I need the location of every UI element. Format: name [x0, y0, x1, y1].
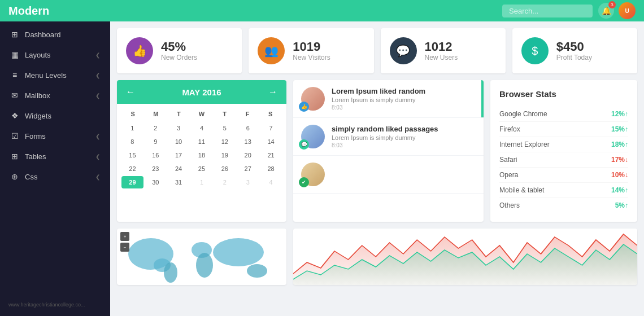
calendar-day[interactable]: 16: [145, 149, 167, 161]
calendar-day[interactable]: 18: [191, 149, 213, 161]
bs-pct: 18%↑: [611, 141, 628, 148]
sidebar-item-tables[interactable]: ⊞ Tables ❮: [0, 146, 110, 166]
calendar-day[interactable]: 5: [214, 122, 236, 134]
sidebar-arrow-mailbox: ❮: [95, 93, 100, 99]
stat-info-profit: $450 Profit Today: [556, 40, 592, 62]
sidebar-arrow-tables: ❮: [95, 153, 100, 160]
stat-label-users: New Users: [425, 54, 458, 62]
feed-badge-feed1: 👍: [299, 102, 309, 112]
calendar-day[interactable]: 24: [168, 163, 190, 175]
calendar-day[interactable]: 3: [168, 122, 190, 134]
bs-item-firefox: Firefox 15%↑: [499, 122, 628, 137]
sidebar-label-css: Css: [25, 173, 37, 181]
calendar-next[interactable]: →: [268, 87, 277, 97]
calendar-day[interactable]: 19: [214, 149, 236, 161]
sidebar-label-layouts: Layouts: [25, 51, 51, 59]
stat-value-visitors: 1019: [293, 40, 330, 54]
sidebar-label-dashboard: Dashboard: [25, 30, 61, 39]
stat-label-visitors: New Visitors: [293, 54, 330, 62]
calendar-day[interactable]: 28: [260, 163, 282, 175]
feed-item-feed2: 💬 simply random liked passages Lorem Ips…: [293, 118, 484, 156]
calendar-day[interactable]: 1: [121, 122, 143, 134]
feed-avatar-container-feed3: ✔: [301, 163, 325, 186]
feed-text-feed2: Lorem Ipsum is simply dummy: [332, 134, 438, 141]
stat-value-orders: 45%: [161, 40, 197, 54]
notification-button[interactable]: 🔔 3: [598, 3, 614, 19]
stat-icon-profit: $: [521, 37, 549, 64]
map-zoom-in[interactable]: +: [120, 232, 129, 241]
browser-stats-card: Browser Stats Google Chrome 12%↑ Firefox…: [490, 80, 637, 222]
bottom-row: + −: [117, 229, 637, 285]
sidebar-item-layouts[interactable]: ▦ Layouts ❮: [0, 45, 110, 65]
calendar-day[interactable]: 2: [145, 122, 167, 134]
sidebar-item-dashboard[interactable]: ⊞ Dashboard: [0, 24, 110, 45]
bs-name: Internet Explorer: [499, 141, 550, 148]
calendar-day[interactable]: 15: [121, 149, 143, 161]
calendar-day[interactable]: 9: [145, 135, 167, 148]
calendar-prev[interactable]: ←: [126, 87, 135, 97]
bs-pct: 12%↑: [611, 110, 628, 118]
calendar-day[interactable]: 4: [191, 122, 213, 134]
calendar-day[interactable]: 30: [145, 176, 167, 188]
chart-card: [293, 229, 637, 285]
calendar-day[interactable]: 8: [121, 135, 143, 148]
bs-item-safari: Safari 17%↓: [499, 152, 628, 168]
calendar-day[interactable]: 23: [145, 163, 167, 175]
bs-item-mobile-&-tablet: Mobile & tablet 14%↑: [499, 183, 628, 198]
cal-day-header-F: F: [236, 111, 259, 117]
calendar-day[interactable]: 25: [191, 163, 213, 175]
calendar-day-headers: SMTWTFS: [121, 108, 282, 120]
calendar-day[interactable]: 31: [168, 176, 190, 188]
feed-text-feed1: Lorem Ipsum is simply dummy: [332, 96, 425, 103]
calendar-day[interactable]: 7: [260, 122, 282, 134]
calendar-day[interactable]: 11: [191, 135, 213, 148]
feed-badge-feed3: ✔: [299, 177, 309, 187]
sidebar-arrow-menu-levels: ❮: [95, 72, 100, 78]
cal-day-header-T: T: [213, 111, 236, 117]
calendar-day[interactable]: 3: [237, 176, 259, 188]
feed-time-feed2: 8:03: [332, 142, 438, 148]
calendar-day[interactable]: 20: [237, 149, 259, 161]
calendar-day[interactable]: 12: [214, 135, 236, 148]
sidebar-icon-forms: ☑: [10, 131, 19, 141]
feed-title-feed2: simply random liked passages: [332, 125, 438, 133]
sidebar-icon-widgets: ❖: [10, 111, 19, 120]
calendar-day[interactable]: 4: [260, 176, 282, 188]
calendar-day[interactable]: 17: [168, 149, 190, 161]
calendar-day[interactable]: 21: [260, 149, 282, 161]
svg-point-4: [196, 253, 213, 278]
bs-item-opera: Opera 10%↓: [499, 168, 628, 183]
calendar-day[interactable]: 13: [237, 135, 259, 148]
calendar-day[interactable]: 14: [260, 135, 282, 148]
calendar-day[interactable]: 26: [214, 163, 236, 175]
calendar-day[interactable]: 2: [214, 176, 236, 188]
calendar-day[interactable]: 22: [121, 163, 143, 175]
sidebar-item-forms[interactable]: ☑ Forms ❮: [0, 126, 110, 146]
sidebar-label-widgets: Widgets: [25, 112, 51, 120]
calendar-day[interactable]: 1: [191, 176, 213, 188]
calendar-day[interactable]: 27: [237, 163, 259, 175]
stat-cards: 👍 45% New Orders 👥 1019 New Visitors 💬 1…: [117, 28, 637, 73]
feed-badge-feed2: 💬: [299, 139, 309, 150]
world-map-svg: [117, 229, 286, 285]
sidebar-icon-dashboard: ⊞: [10, 30, 19, 39]
search-input[interactable]: [502, 5, 593, 17]
calendar-day[interactable]: 10: [168, 135, 190, 148]
bs-name: Mobile & tablet: [499, 186, 544, 194]
main-content: 👍 45% New Orders 👥 1019 New Visitors 💬 1…: [110, 21, 644, 316]
stat-value-users: 1012: [425, 40, 458, 54]
calendar-day[interactable]: 6: [237, 122, 259, 134]
sidebar-item-mailbox[interactable]: ✉ Mailbox ❮: [0, 85, 110, 106]
sidebar-label-menu-levels: Menu Levels: [25, 71, 67, 80]
calendar-days: 1234567891011121314151617181920212223242…: [121, 122, 282, 188]
sidebar-item-widgets[interactable]: ❖ Widgets: [0, 106, 110, 126]
bs-name: Google Chrome: [499, 110, 547, 118]
user-avatar[interactable]: U: [619, 2, 636, 19]
browser-stats-title: Browser Stats: [499, 89, 628, 99]
sidebar-item-css[interactable]: ⊕ Css ❮: [0, 166, 110, 187]
stat-icon-users: 💬: [390, 37, 417, 64]
sidebar-item-menu-levels[interactable]: ≡ Menu Levels ❮: [0, 65, 110, 85]
calendar-day[interactable]: 29: [121, 176, 143, 188]
map-zoom-out[interactable]: −: [120, 243, 129, 252]
cal-day-header-S: S: [259, 111, 282, 117]
